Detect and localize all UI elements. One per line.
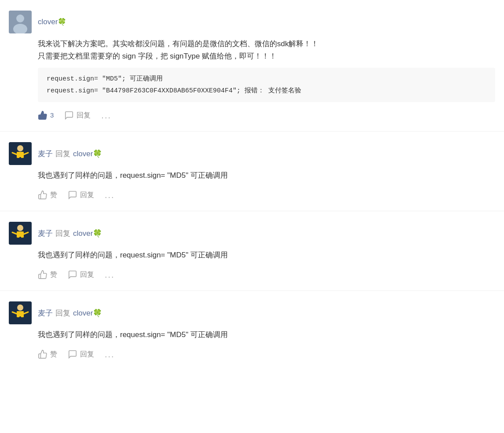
more-button[interactable]: ...	[105, 347, 115, 361]
more-button[interactable]: ...	[105, 268, 115, 282]
username-row: 麦子 回复 clover🍀	[38, 148, 102, 160]
comment-content: 我也遇到了同样的问题，request.sign= "MD5" 可正确调用	[38, 249, 495, 261]
reply-button[interactable]: 回复	[68, 269, 94, 280]
comment-block: 麦子 回复 clover🍀我也遇到了同样的问题，request.sign= "M…	[0, 132, 504, 211]
comment-header: 麦子 回复 clover🍀	[9, 301, 495, 324]
avatar	[9, 222, 32, 245]
comment-block: 麦子 回复 clover🍀我也遇到了同样的问题，request.sign= "M…	[0, 211, 504, 291]
avatar	[9, 11, 32, 33]
reply-label: 回复	[80, 269, 94, 280]
avatar	[9, 142, 32, 165]
reply-prefix: 回复	[55, 228, 70, 239]
like-label: 赞	[50, 189, 57, 201]
reply-target[interactable]: clover🍀	[73, 148, 102, 160]
comment-icon	[68, 349, 77, 359]
reply-label: 回复	[80, 349, 94, 360]
comment-header: 麦子 回复 clover🍀	[9, 222, 495, 245]
like-label: 赞	[50, 269, 57, 280]
like-button[interactable]: 赞	[38, 349, 57, 360]
comment-icon	[68, 270, 77, 279]
reply-label: 回复	[77, 110, 91, 121]
reply-button[interactable]: 回复	[68, 189, 94, 201]
svg-point-20	[17, 305, 23, 311]
comment-icon	[68, 190, 77, 200]
username[interactable]: clover	[38, 16, 58, 28]
thumb-up-icon	[38, 110, 47, 120]
avatar	[9, 301, 32, 324]
svg-rect-6	[17, 152, 24, 158]
comment-header: 麦子 回复 clover🍀	[9, 142, 495, 165]
comment-content: 我来说下解决方案吧。其实啥都没问题，有问题的是微信的文档、微信的sdk解释！！只…	[38, 38, 495, 102]
comment-header: clover🍀	[9, 11, 495, 33]
reply-target[interactable]: clover🍀	[73, 307, 102, 319]
username-row: clover🍀	[38, 16, 66, 28]
reply-target[interactable]: clover🍀	[73, 228, 102, 239]
more-button[interactable]: ...	[101, 108, 111, 122]
code-block: request.sign= "MD5"; 可正确调用request.sign= …	[38, 68, 495, 102]
like-button[interactable]: 3	[38, 110, 54, 121]
username-row: 麦子 回复 clover🍀	[38, 307, 102, 319]
svg-rect-14	[17, 231, 24, 238]
svg-point-12	[17, 225, 23, 231]
reply-label: 回复	[80, 189, 94, 201]
comment-content: 我也遇到了同样的问题，request.sign= "MD5" 可正确调用	[38, 169, 495, 182]
more-button[interactable]: ...	[105, 188, 115, 202]
svg-rect-22	[17, 311, 24, 317]
thumb-up-icon	[38, 190, 47, 200]
reply-prefix: 回复	[55, 148, 70, 160]
svg-point-4	[17, 145, 23, 151]
username[interactable]: 麦子	[38, 148, 53, 160]
comment-icon	[64, 110, 74, 120]
comment-block: clover🍀我来说下解决方案吧。其实啥都没问题，有问题的是微信的文档、微信的s…	[0, 0, 504, 132]
comment-block: 麦子 回复 clover🍀我也遇到了同样的问题，request.sign= "M…	[0, 291, 504, 370]
like-button[interactable]: 赞	[38, 269, 57, 280]
action-bar: 3回复...	[38, 108, 495, 131]
username-emoji: 🍀	[58, 16, 66, 28]
action-bar: 赞回复...	[38, 268, 495, 290]
like-count: 3	[50, 110, 54, 121]
action-bar: 赞回复...	[38, 188, 495, 211]
username-row: 麦子 回复 clover🍀	[38, 228, 102, 239]
svg-point-1	[16, 15, 24, 22]
reply-button[interactable]: 回复	[64, 110, 91, 121]
action-bar: 赞回复...	[38, 347, 495, 370]
reply-button[interactable]: 回复	[68, 349, 94, 360]
username[interactable]: 麦子	[38, 228, 53, 239]
like-label: 赞	[50, 349, 57, 360]
thumb-up-icon	[38, 270, 47, 279]
reply-prefix: 回复	[55, 307, 70, 319]
comment-content: 我也遇到了同样的问题，request.sign= "MD5" 可正确调用	[38, 329, 495, 341]
like-button[interactable]: 赞	[38, 189, 57, 201]
comment-section: clover🍀我来说下解决方案吧。其实啥都没问题，有问题的是微信的文档、微信的s…	[0, 0, 504, 370]
username[interactable]: 麦子	[38, 307, 53, 319]
thumb-up-icon	[38, 349, 47, 359]
